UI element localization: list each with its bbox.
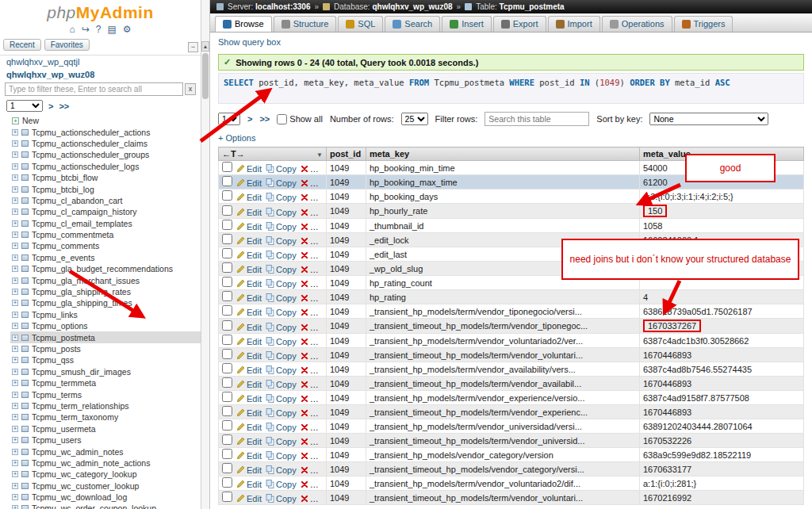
expand-icon[interactable]: + — [12, 312, 18, 318]
copy-link[interactable]: Copy — [266, 308, 297, 317]
row-checkbox[interactable] — [222, 277, 232, 287]
sidebar-table-Tcpmu_btcbi_log[interactable]: +Tcpmu_btcbi_log — [10, 183, 201, 194]
edit-link[interactable]: Edit — [236, 251, 262, 260]
sidebar-scrollbar[interactable]: ▲ — [201, 0, 210, 509]
expand-icon[interactable]: + — [12, 460, 18, 466]
sidebar-table-Tcpmu_gla_budget_recommendations[interactable]: +Tcpmu_gla_budget_recommendations — [10, 263, 201, 274]
copy-link[interactable]: Copy — [266, 465, 297, 475]
copy-link[interactable]: Copy — [266, 394, 297, 404]
copy-link[interactable]: Copy — [266, 323, 297, 332]
sidebar-table-Tcpmu_wc_admin_note_actions[interactable]: +Tcpmu_wc_admin_note_actions — [10, 457, 201, 469]
row-checkbox[interactable] — [222, 349, 232, 359]
edit-link[interactable]: Edit — [236, 265, 262, 274]
delete-link[interactable]: Delete — [301, 380, 327, 389]
expand-icon[interactable]: + — [12, 414, 18, 420]
delete-link[interactable]: Delete — [301, 494, 327, 503]
row-checkbox[interactable] — [222, 420, 232, 431]
copy-link[interactable]: Copy — [266, 193, 297, 202]
sidebar-table-Tcpmu_usermeta[interactable]: +Tcpmu_usermeta — [10, 423, 201, 434]
logout-icon[interactable]: ↪ — [82, 24, 90, 35]
row-checkbox[interactable] — [222, 262, 232, 273]
edit-link[interactable]: Edit — [236, 193, 262, 202]
expand-icon[interactable]: + — [12, 449, 18, 455]
sidebar-table-Tcpmu_users[interactable]: +Tcpmu_users — [10, 434, 201, 446]
sidebar-new-table[interactable]: + New — [10, 115, 201, 126]
delete-link[interactable]: Delete — [301, 394, 327, 404]
breadcrumb-server[interactable]: Server: localhost:3306 — [228, 2, 311, 11]
tab-operations[interactable]: Operations — [602, 16, 672, 32]
row-checkbox[interactable] — [222, 248, 232, 258]
sidebar-table-Tcpmu_qss[interactable]: +Tcpmu_qss — [10, 354, 201, 365]
edit-link[interactable]: Edit — [236, 164, 262, 174]
edit-link[interactable]: Edit — [236, 323, 262, 332]
tab-browse[interactable]: Browse — [215, 16, 272, 32]
expand-icon[interactable]: + — [12, 277, 18, 284]
copy-link[interactable]: Copy — [266, 451, 297, 461]
delete-link[interactable]: Delete — [301, 351, 327, 361]
breadcrumb-database[interactable]: Database: qhwlqhxv_wp_wuz08 — [334, 2, 453, 11]
expand-icon[interactable]: + — [12, 346, 18, 352]
tab-search[interactable]: Search — [385, 16, 440, 32]
expand-icon[interactable]: + — [12, 357, 18, 363]
sidebar-table-Tcpmu_cl_campaign_history[interactable]: +Tcpmu_cl_campaign_history — [10, 206, 201, 217]
copy-link[interactable]: Copy — [266, 236, 297, 246]
expand-icon[interactable]: + — [12, 369, 18, 375]
sidebar-table-Tcpmu_options[interactable]: +Tcpmu_options — [10, 320, 201, 331]
expand-icon[interactable]: + — [12, 174, 18, 181]
tab-sql[interactable]: SQL — [338, 16, 383, 32]
edit-link[interactable]: Edit — [236, 451, 262, 461]
sidebar-table-Tcpmu_smush_dir_images[interactable]: +Tcpmu_smush_dir_images — [10, 366, 201, 377]
copy-link[interactable]: Copy — [266, 423, 297, 432]
sort-caret-icon[interactable]: ▼ — [316, 151, 323, 159]
copy-link[interactable]: Copy — [266, 178, 297, 188]
row-checkbox[interactable] — [222, 190, 232, 201]
actions-column-header[interactable]: ←T→▼ — [219, 147, 327, 161]
expand-icon[interactable]: + — [12, 220, 18, 227]
delete-link[interactable]: Delete — [301, 251, 327, 260]
row-checkbox[interactable] — [222, 377, 232, 388]
copy-link[interactable]: Copy — [266, 380, 297, 389]
row-checkbox[interactable] — [222, 176, 232, 186]
edit-link[interactable]: Edit — [236, 437, 262, 446]
tab-export[interactable]: Export — [493, 16, 546, 32]
edit-link[interactable]: Edit — [236, 337, 262, 346]
column-header-meta-key[interactable]: meta_key — [366, 147, 640, 161]
edit-link[interactable]: Edit — [236, 222, 262, 232]
options-toggle[interactable]: + Options — [218, 133, 255, 143]
sidebar-table-Tcpmu_term_taxonomy[interactable]: +Tcpmu_term_taxonomy — [10, 411, 201, 423]
sidebar-table-Tcpmu_wc_download_log[interactable]: +Tcpmu_wc_download_log — [10, 492, 201, 503]
copy-link[interactable]: Copy — [266, 365, 297, 375]
sidebar-table-Tcpmu_wc_order_coupon_lookup[interactable]: +Tcpmu_wc_order_coupon_lookup — [10, 503, 201, 509]
tab-triggers[interactable]: Triggers — [674, 16, 733, 32]
row-checkbox[interactable] — [222, 406, 232, 416]
edit-link[interactable]: Edit — [236, 236, 262, 246]
copy-link[interactable]: Copy — [266, 279, 297, 289]
copy-link[interactable]: Copy — [266, 265, 297, 274]
copy-link[interactable]: Copy — [266, 208, 297, 217]
edit-link[interactable]: Edit — [236, 494, 262, 503]
sidebar-table-Tcpmu_commentmeta[interactable]: +Tcpmu_commentmeta — [10, 229, 201, 240]
delete-link[interactable]: Delete — [301, 480, 327, 489]
database-item[interactable]: qhwlqhxv_wp_qqtjl — [0, 55, 201, 68]
sidebar-table-Tcpmu_term_relationships[interactable]: +Tcpmu_term_relationships — [10, 400, 201, 411]
copy-link[interactable]: Copy — [266, 293, 297, 303]
sidebar-table-Tcpmu_e_events[interactable]: +Tcpmu_e_events — [10, 252, 201, 263]
edit-link[interactable]: Edit — [236, 365, 262, 375]
recent-tables-button[interactable]: Recent — [3, 39, 41, 51]
scrollbar-up-icon[interactable]: ▲ — [201, 41, 209, 52]
sidebar-table-Tcpmu_gla_shipping_rates[interactable]: +Tcpmu_gla_shipping_rates — [10, 286, 201, 297]
sidebar-table-Tcpmu_actionscheduler_actions[interactable]: +Tcpmu_actionscheduler_actions — [10, 126, 201, 137]
copy-link[interactable]: Copy — [266, 164, 297, 174]
expand-icon[interactable]: + — [12, 289, 18, 295]
delete-link[interactable]: Delete — [301, 208, 327, 217]
sidebar-table-Tcpmu_postmeta[interactable]: +Tcpmu_postmeta — [10, 331, 201, 343]
row-checkbox[interactable] — [222, 234, 232, 244]
settings-icon[interactable]: ⚙ — [123, 24, 132, 35]
tab-import[interactable]: Import — [548, 16, 600, 32]
delete-link[interactable]: Delete — [301, 164, 327, 174]
row-checkbox[interactable] — [222, 363, 232, 373]
breadcrumb-table[interactable]: Table: Tcpmu_postmeta — [476, 2, 565, 11]
expand-icon[interactable]: + — [12, 505, 18, 509]
delete-link[interactable]: Delete — [301, 265, 327, 274]
expand-icon[interactable]: + — [12, 426, 18, 432]
